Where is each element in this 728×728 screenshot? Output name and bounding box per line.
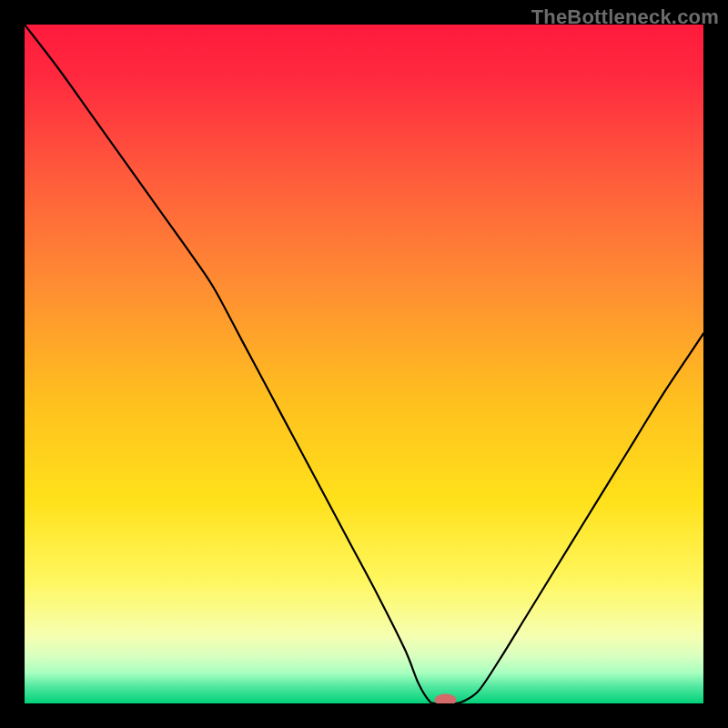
chart-container: TheBottleneck.com xyxy=(0,0,728,728)
gradient-background xyxy=(25,25,703,703)
plot-area xyxy=(25,25,703,703)
chart-svg xyxy=(25,25,703,703)
